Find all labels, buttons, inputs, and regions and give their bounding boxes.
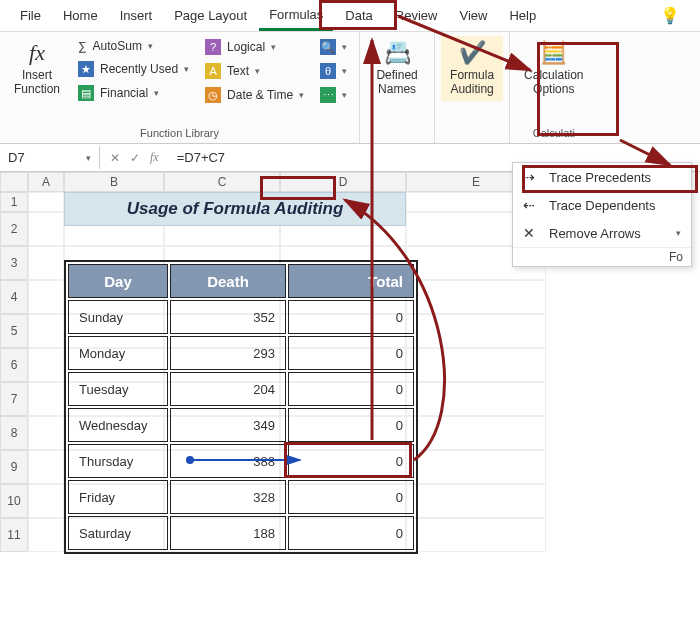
- fx-icon[interactable]: fx: [146, 150, 163, 165]
- financial-icon: ▤: [78, 85, 94, 101]
- tab-insert[interactable]: Insert: [110, 2, 163, 29]
- row-header[interactable]: 6: [0, 348, 28, 382]
- col-header-b[interactable]: B: [64, 172, 164, 192]
- row-header[interactable]: 3: [0, 246, 28, 280]
- remove-arrows-item[interactable]: ✕Remove Arrows▾: [513, 219, 691, 247]
- clock-icon: ◷: [205, 87, 221, 103]
- recently-used-button[interactable]: ★Recently Used▾: [72, 58, 195, 80]
- defined-names-icon: 📇: [384, 40, 411, 66]
- select-all-corner[interactable]: [0, 172, 28, 192]
- row-header[interactable]: 11: [0, 518, 28, 552]
- autosum-button[interactable]: ∑AutoSum▾: [72, 36, 195, 56]
- math-button[interactable]: θ▾: [314, 60, 353, 82]
- chevron-down-icon: ▾: [676, 228, 681, 238]
- chevron-down-icon: ▾: [86, 153, 91, 163]
- col-header-a[interactable]: A: [28, 172, 64, 192]
- tab-formulas[interactable]: Formulas: [259, 1, 333, 31]
- chevron-down-icon: ▾: [255, 66, 260, 76]
- more-icon: ⋯: [320, 87, 336, 103]
- tab-help[interactable]: Help: [499, 2, 546, 29]
- text-icon: A: [205, 63, 221, 79]
- ribbon: fx Insert Function ∑AutoSum▾ ★Recently U…: [0, 32, 700, 144]
- trace-dependents-item[interactable]: ⇠Trace Dependents: [513, 191, 691, 219]
- trace-precedents-icon: ⇢: [523, 169, 541, 185]
- tab-file[interactable]: File: [10, 2, 51, 29]
- group-label-function-library: Function Library: [6, 125, 353, 141]
- text-button[interactable]: AText▾: [199, 60, 310, 82]
- tell-me-icon[interactable]: 💡: [660, 6, 680, 25]
- defined-names-button[interactable]: 📇 Defined Names: [366, 36, 428, 101]
- col-header-c[interactable]: C: [164, 172, 280, 192]
- table-row: Monday2930: [68, 336, 414, 370]
- tab-review[interactable]: Review: [385, 2, 448, 29]
- table-row: Thursday3880: [68, 444, 414, 478]
- th-day: Day: [68, 264, 168, 298]
- chevron-down-icon: ▾: [342, 66, 347, 76]
- row-header[interactable]: 8: [0, 416, 28, 450]
- enter-icon[interactable]: ✓: [126, 151, 144, 165]
- fx-icon: fx: [29, 40, 45, 66]
- chevron-down-icon: ▾: [342, 90, 347, 100]
- logical-icon: ?: [205, 39, 221, 55]
- col-header-d[interactable]: D: [280, 172, 406, 192]
- theta-icon: θ: [320, 63, 336, 79]
- chevron-down-icon: ▾: [148, 41, 153, 51]
- table-row: Wednesday3490: [68, 408, 414, 442]
- chevron-down-icon: ▾: [342, 42, 347, 52]
- cancel-icon[interactable]: ✕: [106, 151, 124, 165]
- chevron-down-icon: ▾: [299, 90, 304, 100]
- check-icon: ✔️: [459, 40, 486, 66]
- th-total: Total: [288, 264, 414, 298]
- tab-data[interactable]: Data: [335, 2, 382, 29]
- tab-home[interactable]: Home: [53, 2, 108, 29]
- lookup-icon: 🔍: [320, 39, 336, 55]
- insert-function-button[interactable]: fx Insert Function: [6, 36, 68, 101]
- tab-view[interactable]: View: [449, 2, 497, 29]
- group-label-calculation: Calculati: [516, 125, 591, 141]
- remove-arrows-icon: ✕: [523, 225, 541, 241]
- row-header[interactable]: 10: [0, 484, 28, 518]
- data-table: Day Death Total Sunday3520 Monday2930 Tu…: [64, 260, 418, 554]
- row-header[interactable]: 7: [0, 382, 28, 416]
- row-header[interactable]: 4: [0, 280, 28, 314]
- row-header[interactable]: 5: [0, 314, 28, 348]
- lookup-button[interactable]: 🔍▾: [314, 36, 353, 58]
- formula-auditing-button[interactable]: ✔️ Formula Auditing: [441, 36, 503, 101]
- more-functions-button[interactable]: ⋯▾: [314, 84, 353, 106]
- chevron-down-icon: ▾: [154, 88, 159, 98]
- calculator-icon: 🧮: [540, 40, 567, 66]
- dropdown-footer: Fo: [513, 247, 691, 266]
- ribbon-tabs: File Home Insert Page Layout Formulas Da…: [0, 0, 700, 32]
- trace-precedents-item[interactable]: ⇢Trace Precedents: [513, 163, 691, 191]
- formula-bar-controls: ✕ ✓ fx: [100, 150, 169, 165]
- row-header[interactable]: 1: [0, 192, 28, 212]
- chevron-down-icon: ▾: [184, 64, 189, 74]
- financial-button[interactable]: ▤Financial▾: [72, 82, 195, 104]
- row-header[interactable]: 9: [0, 450, 28, 484]
- chevron-down-icon: ▾: [271, 42, 276, 52]
- th-death: Death: [170, 264, 286, 298]
- formula-auditing-dropdown: ⇢Trace Precedents ⇠Trace Dependents ✕Rem…: [512, 162, 692, 267]
- row-header[interactable]: 2: [0, 212, 28, 246]
- table-row: Tuesday2040: [68, 372, 414, 406]
- table-row: Saturday1880: [68, 516, 414, 550]
- trace-dependents-icon: ⇠: [523, 197, 541, 213]
- calculation-options-button[interactable]: 🧮 Calculation Options: [516, 36, 591, 101]
- logical-button[interactable]: ?Logical▾: [199, 36, 310, 58]
- star-icon: ★: [78, 61, 94, 77]
- table-row: Friday3280: [68, 480, 414, 514]
- datetime-button[interactable]: ◷Date & Time▾: [199, 84, 310, 106]
- tab-pagelayout[interactable]: Page Layout: [164, 2, 257, 29]
- table-row: Sunday3520: [68, 300, 414, 334]
- sheet-title: Usage of Formula Auditing: [64, 192, 406, 226]
- sigma-icon: ∑: [78, 39, 87, 53]
- name-box[interactable]: D7▾: [0, 146, 100, 169]
